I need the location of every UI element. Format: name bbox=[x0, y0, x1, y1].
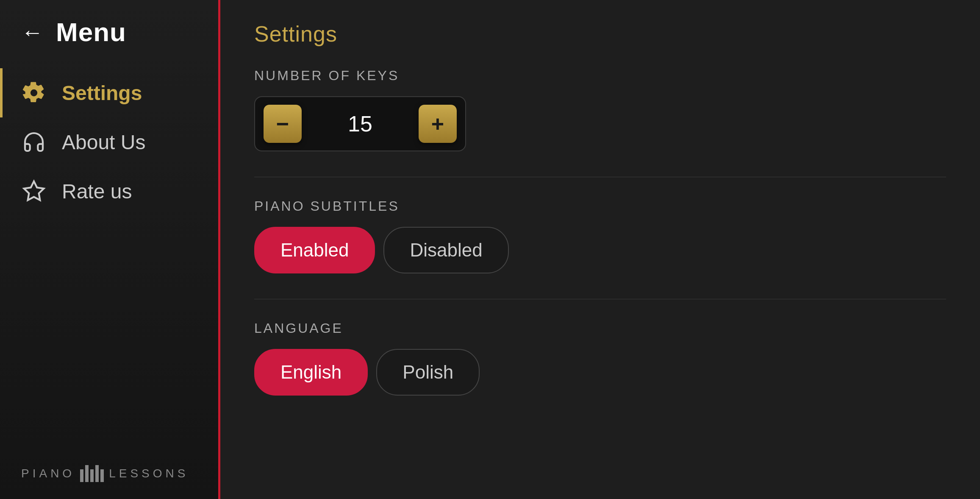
menu-title: Menu bbox=[56, 17, 126, 47]
sidebar-item-label-settings: Settings bbox=[62, 81, 142, 105]
language-polish-button[interactable]: Polish bbox=[376, 349, 480, 396]
sidebar: ← Menu Settings About Us bbox=[0, 0, 220, 499]
divider-1 bbox=[254, 177, 946, 177]
sidebar-footer: PIANO LESSONS bbox=[0, 448, 220, 499]
main-content: Settings NUMBER OF KEYS − 15 + PIANO SUB… bbox=[220, 0, 980, 499]
language-toggle-group: English Polish bbox=[254, 349, 946, 396]
decrement-button[interactable]: − bbox=[264, 105, 302, 143]
sidebar-item-rate[interactable]: Rate us bbox=[0, 167, 220, 216]
sidebar-nav: Settings About Us Rate us bbox=[0, 64, 220, 448]
sidebar-item-settings[interactable]: Settings bbox=[0, 68, 220, 117]
page-title: Settings bbox=[254, 21, 946, 47]
language-section-label: LANGUAGE bbox=[254, 321, 946, 336]
footer-logo: PIANO LESSONS bbox=[21, 465, 189, 482]
language-english-button[interactable]: English bbox=[254, 349, 368, 396]
increment-button[interactable]: + bbox=[419, 105, 457, 143]
sidebar-item-about[interactable]: About Us bbox=[0, 117, 220, 167]
headset-icon bbox=[21, 129, 47, 155]
keys-stepper: − 15 + bbox=[254, 96, 466, 151]
sidebar-item-label-rate: Rate us bbox=[62, 180, 132, 203]
piano-keys-icon bbox=[80, 465, 104, 482]
section-subtitles: PIANO SUBTITLES Enabled Disabled bbox=[254, 198, 946, 273]
sidebar-red-bar bbox=[218, 0, 220, 499]
section-keys: NUMBER OF KEYS − 15 + bbox=[254, 68, 946, 151]
subtitles-toggle-group: Enabled Disabled bbox=[254, 227, 946, 273]
subtitles-disabled-button[interactable]: Disabled bbox=[383, 227, 508, 273]
subtitles-enabled-button[interactable]: Enabled bbox=[254, 227, 375, 273]
back-button[interactable]: ← bbox=[21, 21, 43, 43]
subtitles-section-label: PIANO SUBTITLES bbox=[254, 198, 946, 214]
star-icon bbox=[21, 178, 47, 204]
section-language: LANGUAGE English Polish bbox=[254, 321, 946, 396]
divider-2 bbox=[254, 299, 946, 299]
sidebar-item-label-about: About Us bbox=[62, 131, 145, 154]
svg-marker-1 bbox=[24, 181, 44, 200]
gear-icon bbox=[21, 80, 47, 106]
keys-value: 15 bbox=[348, 111, 372, 137]
sidebar-header: ← Menu bbox=[0, 0, 220, 64]
keys-section-label: NUMBER OF KEYS bbox=[254, 68, 946, 84]
